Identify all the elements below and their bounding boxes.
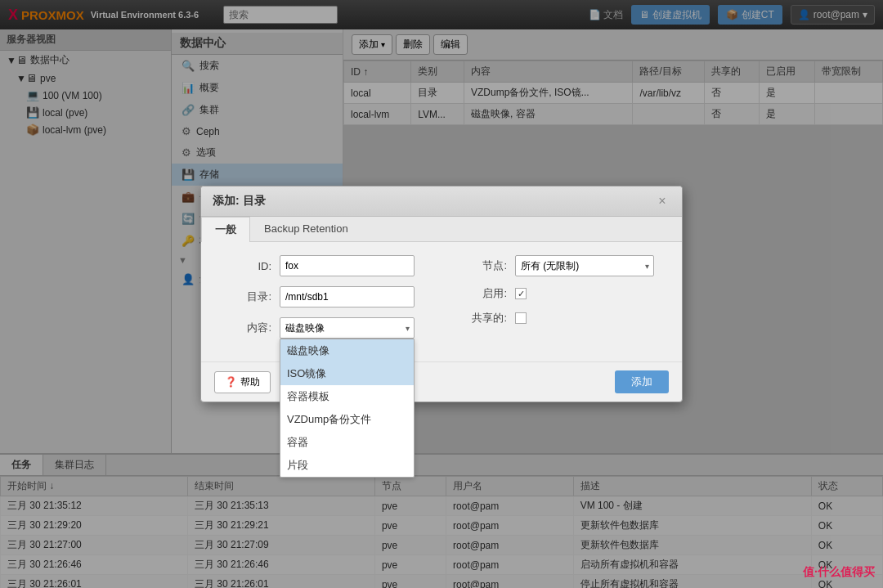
node-select-wrap: 所有 (无限制) ▾ <box>515 255 654 276</box>
help-icon: ❓ <box>225 376 237 388</box>
modal-header: 添加: 目录 × <box>201 186 682 217</box>
form-columns: ID: 目录: 内容: 磁盘映像 ISO镜像 容器模板 <box>214 255 669 348</box>
modal-footer: ❓ 帮助 添加 <box>201 361 682 402</box>
form-row-enable: 启用: <box>450 286 669 301</box>
dir-input[interactable] <box>280 286 415 307</box>
watermark: 值·什么值得买 <box>803 565 875 580</box>
content-select[interactable]: 磁盘映像 ISO镜像 容器模板 VZDump备份文件 容器 片段 <box>280 317 415 339</box>
node-label: 节点: <box>450 258 515 273</box>
dropdown-item-vzdump[interactable]: VZDump备份文件 <box>280 408 414 431</box>
form-right: 节点: 所有 (无限制) ▾ 启用: 共享的: <box>433 255 669 348</box>
add-submit-button[interactable]: 添加 <box>615 370 669 393</box>
form-row-shared: 共享的: <box>450 311 669 325</box>
shared-label: 共享的: <box>450 311 515 325</box>
id-label: ID: <box>214 260 280 272</box>
form-row-dir: 目录: <box>214 286 433 307</box>
modal-tabs: 一般 Backup Retention <box>201 217 682 242</box>
form-row-node: 节点: 所有 (无限制) ▾ <box>450 255 669 276</box>
form-left: ID: 目录: 内容: 磁盘映像 ISO镜像 容器模板 <box>214 255 433 348</box>
id-input[interactable] <box>280 255 415 276</box>
node-select[interactable]: 所有 (无限制) <box>515 255 654 276</box>
dropdown-item-container[interactable]: 容器 <box>280 431 414 454</box>
content-label: 内容: <box>214 321 280 335</box>
help-button[interactable]: ❓ 帮助 <box>214 371 271 393</box>
content-dropdown-list: 磁盘映像 ISO镜像 容器模板 VZDump备份文件 容器 片段 <box>280 339 415 478</box>
dropdown-item-template[interactable]: 容器模板 <box>280 385 414 408</box>
content-select-wrap: 磁盘映像 ISO镜像 容器模板 VZDump备份文件 容器 片段 ▾ 磁盘映像 <box>280 317 415 339</box>
modal-close-button[interactable]: × <box>654 193 670 209</box>
modal-body: ID: 目录: 内容: 磁盘映像 ISO镜像 容器模板 <box>201 242 682 361</box>
dropdown-item-snippet[interactable]: 片段 <box>280 454 414 477</box>
shared-checkbox[interactable] <box>515 312 527 324</box>
enable-label: 启用: <box>450 286 515 301</box>
modal-overlay: 添加: 目录 × 一般 Backup Retention ID: 目录: <box>0 0 883 588</box>
modal-tab-backup[interactable]: Backup Retention <box>250 217 362 241</box>
modal-add-directory: 添加: 目录 × 一般 Backup Retention ID: 目录: <box>200 186 683 402</box>
dropdown-item-iso[interactable]: ISO镜像 <box>280 362 414 385</box>
form-row-id: ID: <box>214 255 433 276</box>
form-row-content: 内容: 磁盘映像 ISO镜像 容器模板 VZDump备份文件 容器 片段 ▾ <box>214 317 433 339</box>
modal-title: 添加: 目录 <box>213 194 266 209</box>
modal-tab-general[interactable]: 一般 <box>201 217 250 242</box>
dir-label: 目录: <box>214 290 280 304</box>
dropdown-item-disk[interactable]: 磁盘映像 <box>280 339 414 362</box>
enable-checkbox[interactable] <box>515 288 527 299</box>
